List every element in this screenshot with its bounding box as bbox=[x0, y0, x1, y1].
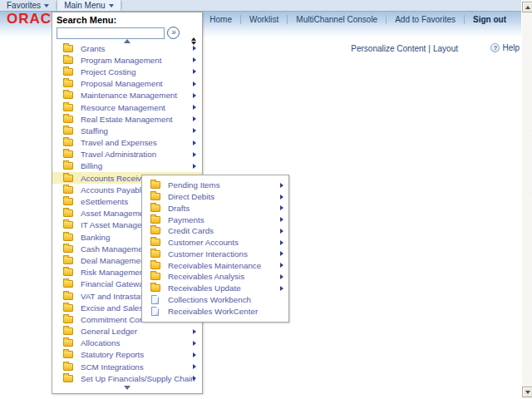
submenu-item-label: Customer Interactions bbox=[168, 249, 248, 259]
submenu-arrow-icon bbox=[193, 376, 196, 381]
menu-item[interactable]: Grants bbox=[52, 42, 202, 54]
folder-icon bbox=[63, 209, 73, 217]
folder-icon bbox=[63, 257, 73, 264]
menu-item-label: Deal Management bbox=[81, 256, 147, 265]
submenu-item[interactable]: Credit Cards bbox=[142, 225, 288, 237]
submenu-item[interactable]: Receivables Update bbox=[142, 283, 288, 294]
menu-item[interactable]: Travel Administration bbox=[52, 149, 202, 160]
submenu-item[interactable]: Drafts bbox=[142, 203, 288, 214]
submenu-item[interactable]: Direct Debits bbox=[142, 191, 288, 203]
submenu-arrow-icon bbox=[280, 286, 283, 291]
folder-icon bbox=[150, 239, 160, 246]
menu-item-label: Project Costing bbox=[81, 67, 135, 76]
tab-separator bbox=[121, 2, 122, 9]
submenu-item[interactable]: Receivables Maintenance bbox=[142, 259, 288, 271]
menu-scroll-down[interactable] bbox=[52, 386, 202, 390]
folder-icon bbox=[63, 127, 73, 135]
nav-link[interactable]: Add to Favorites bbox=[386, 15, 464, 24]
submenu-arrow-icon bbox=[280, 183, 283, 188]
submenu-arrow-icon bbox=[280, 251, 283, 256]
layout-link[interactable]: Layout bbox=[433, 44, 458, 53]
personalize-bar: Personalize Content|Layout bbox=[351, 44, 458, 53]
menu-item[interactable]: SCM Integrations bbox=[52, 361, 202, 372]
submenu-arrow-icon bbox=[280, 229, 283, 234]
nav-link[interactable]: Home bbox=[201, 15, 240, 24]
submenu-arrow-icon bbox=[193, 352, 196, 357]
help-link[interactable]: ? Help bbox=[490, 43, 520, 52]
menu-item[interactable]: Project Costing bbox=[52, 66, 202, 77]
folder-icon bbox=[63, 150, 73, 158]
accounts-receivable-submenu: Pending Items Direct Debits Drafts bbox=[141, 175, 289, 323]
submenu-item-label: Credit Cards bbox=[168, 226, 214, 235]
folder-icon bbox=[63, 293, 73, 300]
menu-item[interactable]: Travel and Expenses bbox=[52, 137, 202, 149]
folder-icon bbox=[63, 104, 73, 111]
menu-item[interactable]: General Ledger bbox=[52, 326, 202, 337]
scrollbar-up-button[interactable] bbox=[522, 2, 532, 12]
menu-item-label: Resource Management bbox=[81, 103, 165, 112]
nav-link[interactable]: Sign out bbox=[464, 15, 515, 24]
menu-item-label: Proposal Management bbox=[81, 79, 163, 88]
scrollbar-up-icon bbox=[525, 6, 530, 9]
tab-favorites[interactable]: Favorites bbox=[0, 0, 56, 11]
folder-icon bbox=[63, 268, 73, 276]
folder-icon bbox=[63, 328, 73, 335]
submenu-arrow-icon bbox=[193, 152, 196, 157]
submenu-arrow-icon bbox=[280, 205, 283, 210]
submenu-item[interactable]: Pending Items bbox=[142, 180, 288, 191]
menu-item[interactable]: Real Estate Management bbox=[52, 113, 202, 125]
folder-icon bbox=[63, 245, 73, 253]
submenu-item-label: Receivables WorkCenter bbox=[168, 307, 258, 316]
folder-icon bbox=[63, 45, 73, 52]
menu-item[interactable]: Resource Management bbox=[52, 101, 202, 113]
submenu-item[interactable]: Collections Workbench bbox=[142, 294, 288, 306]
menu-item-label: SCM Integrations bbox=[81, 362, 144, 372]
menu-item[interactable]: Billing bbox=[52, 160, 202, 172]
menu-item[interactable]: Allocations bbox=[52, 337, 202, 349]
menu-item-label: Real Estate Management bbox=[81, 115, 173, 124]
caret-down-icon bbox=[109, 4, 114, 7]
menu-item[interactable]: Proposal Management bbox=[52, 78, 202, 90]
submenu-item-label: Receivables Maintenance bbox=[168, 261, 261, 270]
tab-main-menu-label: Main Menu bbox=[64, 1, 105, 10]
submenu-item[interactable]: Customer Accounts bbox=[142, 237, 288, 249]
folder-icon bbox=[63, 304, 73, 312]
search-go-button[interactable]: » bbox=[167, 27, 180, 39]
menu-item-label: Risk Management bbox=[81, 268, 146, 277]
help-label: Help bbox=[502, 43, 520, 52]
menu-item-label: Travel Administration bbox=[81, 150, 156, 159]
nav-link[interactable]: Worklist bbox=[240, 15, 287, 24]
submenu-arrow-icon bbox=[193, 341, 196, 346]
submenu-item-label: Receivables Analysis bbox=[168, 272, 244, 281]
folder-icon bbox=[63, 57, 73, 64]
submenu-item[interactable]: Payments bbox=[142, 214, 288, 225]
menu-item[interactable]: Set Up Financials/Supply Chain bbox=[52, 372, 202, 384]
search-input[interactable] bbox=[57, 27, 165, 39]
menu-item[interactable]: Maintenance Management bbox=[52, 90, 202, 101]
personalize-content-link[interactable]: Personalize Content bbox=[351, 44, 426, 53]
page-icon bbox=[151, 307, 159, 316]
menu-item[interactable]: Statutory Reports bbox=[52, 349, 202, 361]
scroll-down-icon bbox=[124, 386, 131, 390]
vertical-scrollbar[interactable] bbox=[521, 0, 532, 399]
nav-link[interactable]: MultiChannel Console bbox=[287, 15, 386, 24]
menu-item[interactable]: Staffing bbox=[52, 125, 202, 136]
tab-main-menu[interactable]: Main Menu bbox=[57, 0, 121, 11]
scrollbar-down-button[interactable] bbox=[522, 387, 532, 397]
submenu-arrow-icon bbox=[193, 105, 196, 110]
folder-icon bbox=[63, 221, 73, 229]
submenu-arrow-icon bbox=[193, 46, 196, 51]
submenu-arrow-icon bbox=[193, 116, 196, 121]
submenu-item-label: Receivables Update bbox=[168, 283, 241, 293]
menu-item-label: Accounts Payable bbox=[81, 185, 145, 195]
folder-icon bbox=[63, 175, 73, 182]
submenu-item[interactable]: Customer Interactions bbox=[142, 249, 288, 260]
submenu-item-label: Payments bbox=[168, 215, 204, 224]
menu-item[interactable]: Program Management bbox=[52, 54, 202, 66]
submenu-item[interactable]: Receivables Analysis bbox=[142, 271, 288, 283]
menu-item-label: Allocations bbox=[81, 338, 120, 347]
peoplesoft-page: Favorites Main Menu Home Worklist MultiC… bbox=[0, 0, 532, 399]
folder-icon bbox=[150, 273, 160, 280]
submenu-item[interactable]: Receivables WorkCenter bbox=[142, 305, 288, 317]
folder-icon bbox=[63, 339, 73, 347]
